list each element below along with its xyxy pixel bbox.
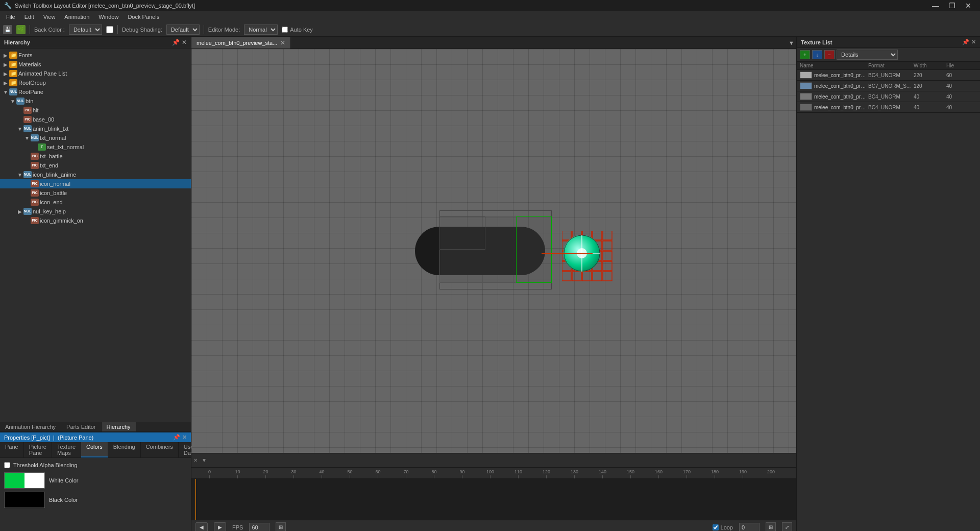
menu-edit[interactable]: Edit	[20, 13, 38, 21]
tab-picture-pane[interactable]: Picture Pane	[24, 442, 52, 457]
loop-checkbox[interactable]	[713, 524, 719, 530]
tree-item[interactable]: Tset_txt_normal	[0, 142, 191, 152]
hierarchy-pin-icon[interactable]: 📌	[172, 39, 180, 46]
hierarchy-controls[interactable]: 📌 ✕	[172, 39, 187, 46]
texture-pin-icon[interactable]: 📌	[962, 39, 969, 45]
tab-hierarchy[interactable]: Hierarchy	[102, 422, 136, 431]
expand-button2[interactable]: ⊞	[766, 522, 776, 532]
texture-add-button[interactable]: +	[800, 50, 810, 59]
texture-name-text: melee_com_btn0_preview_stage_icon_01`s	[814, 83, 866, 89]
tree-label: icon_blink_anime	[33, 172, 76, 178]
fps-label: FPS	[232, 524, 243, 530]
texture-view-dropdown[interactable]: Details	[837, 50, 898, 60]
tree-item[interactable]: PICbase_00	[0, 115, 191, 124]
timeline-collapse-arrow[interactable]: ▼	[202, 457, 207, 463]
tree-item[interactable]: ▼NULanim_blink_txt	[0, 124, 191, 133]
tree-item[interactable]: ▶📁Fonts	[0, 51, 191, 60]
hierarchy-close-icon[interactable]: ✕	[182, 39, 187, 46]
menu-window[interactable]: Window	[94, 13, 122, 21]
timeline-tracks[interactable]	[191, 479, 796, 520]
props-close-icon[interactable]: ✕	[182, 434, 187, 441]
toolbar-tree-icon[interactable]: 🌿	[16, 25, 26, 34]
tree-item[interactable]: PICicon_end	[0, 198, 191, 207]
tree-item[interactable]: ▼NULbtn	[0, 96, 191, 106]
titlebar-controls[interactable]: — ❐ ✕	[928, 0, 976, 11]
tab-parts-editor[interactable]: Parts Editor	[61, 422, 101, 431]
editor-tab-scroll-arrow[interactable]: ▼	[787, 40, 796, 46]
hierarchy-tree[interactable]: ▶📁Fonts▶📁Materials▶📁Animated Pane List▶📁…	[0, 49, 191, 422]
toolbar-save-icon[interactable]: 💾	[3, 25, 12, 34]
texture-row[interactable]: melee_com_btn0_preview_stage_icon_01`s B…	[797, 81, 980, 91]
ruler-label: 100	[486, 469, 494, 474]
tex-col-format: Format	[868, 63, 912, 68]
texture-row[interactable]: melee_com_btn0_preview_stage_icon_02`s B…	[797, 91, 980, 102]
texture-row[interactable]: melee_com_btn0_preview_stage_icon_03`s B…	[797, 102, 980, 113]
tree-item[interactable]: ▶📁RootGroup	[0, 78, 191, 87]
menu-file[interactable]: File	[2, 13, 19, 21]
folder-icon: 📁	[9, 52, 17, 59]
play-forward-button[interactable]: ▶	[214, 522, 226, 532]
tree-toggle[interactable]: ▶	[2, 71, 9, 77]
tree-toggle[interactable]: ▶	[16, 209, 23, 214]
white-color-swatch-right	[24, 473, 44, 488]
debug-shading-select[interactable]: Default	[166, 25, 200, 35]
tree-item[interactable]: ▶NULnul_key_help	[0, 207, 191, 216]
black-color-row[interactable]: Black Color	[4, 492, 187, 508]
tree-toggle[interactable]: ▶	[2, 80, 9, 86]
texture-height: 40	[946, 105, 977, 110]
tree-item[interactable]: PICtxt_battle	[0, 152, 191, 161]
tree-item[interactable]: PIChit	[0, 106, 191, 115]
white-color-row[interactable]: White Color	[4, 472, 187, 489]
tab-blending[interactable]: Blending	[108, 442, 141, 457]
fps-input[interactable]	[249, 523, 270, 532]
menu-view[interactable]: View	[39, 13, 60, 21]
timeline-close-x[interactable]: ✕	[193, 457, 198, 463]
tree-item[interactable]: PICtxt_end	[0, 161, 191, 170]
tree-item[interactable]: PICicon_battle	[0, 188, 191, 198]
tree-item[interactable]: ▶📁Materials	[0, 60, 191, 69]
editor-tab-main[interactable]: melee_com_btn0_preview_sta... ✕	[191, 37, 291, 49]
back-color-select[interactable]: Default	[69, 25, 102, 35]
tab-colors[interactable]: Colors	[81, 442, 108, 457]
tree-toggle[interactable]: ▶	[2, 53, 9, 58]
tree-item[interactable]: ▶📁Animated Pane List	[0, 69, 191, 78]
tree-toggle[interactable]: ▼	[9, 99, 16, 104]
play-back-button[interactable]: ◀	[195, 522, 208, 532]
texture-row[interactable]: melee_com_btn0_preview_stage_00_bg_stage…	[797, 70, 980, 81]
props-pin-icon[interactable]: 📌	[173, 434, 180, 441]
auto-key-checkbox[interactable]	[282, 27, 288, 33]
menu-dock-panels[interactable]: Dock Panels	[124, 13, 163, 21]
black-color-swatch[interactable]	[4, 492, 45, 508]
tab-pane[interactable]: Pane	[0, 442, 24, 457]
texture-close-icon[interactable]: ✕	[971, 39, 976, 45]
texture-delete-button[interactable]: −	[824, 50, 835, 59]
canvas-area[interactable]	[191, 49, 796, 453]
tab-animation-hierarchy[interactable]: Animation Hierarchy	[0, 422, 61, 431]
close-button[interactable]: ✕	[961, 0, 976, 11]
maximize-button[interactable]: ❐	[944, 0, 960, 11]
fullscreen-button[interactable]: ⤢	[782, 522, 792, 532]
toolbar-separator2	[117, 25, 118, 34]
frame-value-input[interactable]	[739, 523, 760, 532]
tree-toggle[interactable]: ▼	[2, 89, 9, 95]
menu-animation[interactable]: Animation	[60, 13, 93, 21]
white-color-swatch[interactable]	[4, 472, 45, 489]
tree-item[interactable]: ▼NULRootPane	[0, 87, 191, 96]
tree-toggle[interactable]: ▼	[16, 126, 23, 132]
tree-toggle[interactable]: ▶	[2, 62, 9, 67]
tree-toggle[interactable]: ▼	[23, 135, 31, 141]
tree-item[interactable]: PICicon_gimmick_on	[0, 216, 191, 225]
tab-combiners[interactable]: Combiners	[141, 442, 179, 457]
texture-import-button[interactable]: ↓	[812, 50, 822, 59]
editor-tab-close[interactable]: ✕	[280, 39, 285, 46]
tree-toggle[interactable]: ▼	[16, 172, 23, 178]
tree-item[interactable]: ▼NULtxt_normal	[0, 133, 191, 142]
minimize-button[interactable]: —	[928, 0, 943, 11]
tab-texture-maps[interactable]: Texture Maps	[52, 442, 81, 457]
tree-item[interactable]: ▼NULicon_blink_anime	[0, 170, 191, 179]
tree-item[interactable]: PICicon_normal	[0, 179, 191, 188]
threshold-alpha-checkbox[interactable]	[4, 462, 10, 468]
texture-format: BC4_UNORM	[868, 94, 912, 100]
editor-mode-select[interactable]: Normal	[244, 25, 278, 35]
fps-expand-button[interactable]: ⊞	[276, 522, 286, 532]
